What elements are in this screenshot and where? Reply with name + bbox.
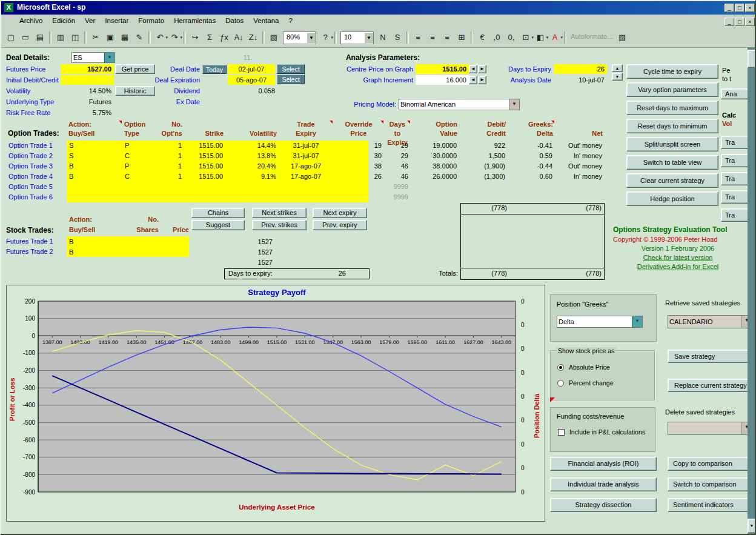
radio-on-icon[interactable] <box>557 364 564 371</box>
cell-strike[interactable]: 1515.00 <box>184 141 225 151</box>
deal-detail-value[interactable]: 1527.00 <box>61 64 114 74</box>
retrieve-combo[interactable]: CALENDARIO ▼ <box>668 315 748 328</box>
comparison-button-copy-to-comparison[interactable]: Copy to comparison <box>668 457 748 471</box>
cell-sp[interactable] <box>333 182 368 192</box>
analysis-button-strategy-dissection[interactable]: Strategy dissection <box>550 498 657 512</box>
cell-sp[interactable] <box>333 151 368 161</box>
scroll-down-icon[interactable]: ▼ <box>748 519 756 533</box>
cell-action[interactable]: B <box>67 171 122 182</box>
help-icon[interactable]: ?▾ <box>319 31 332 44</box>
print-preview-icon[interactable]: ◫ <box>68 31 82 44</box>
greeks-combo[interactable]: Delta ▼ <box>557 316 643 328</box>
cycle-spin-up-icon[interactable]: ▲ <box>612 64 623 72</box>
chevron-down-icon[interactable]: ▼ <box>104 53 114 62</box>
cell-vol[interactable]: 9.1% <box>225 171 279 182</box>
chevron-down-icon[interactable]: ▼ <box>632 316 642 327</box>
cell-action[interactable] <box>67 192 122 202</box>
increase-decimal-icon[interactable]: ,0 <box>490 31 503 44</box>
sort-asc-icon[interactable]: A↓ <box>232 31 245 44</box>
today-button[interactable]: Today <box>202 65 227 74</box>
cell-num[interactable]: 1 <box>153 141 184 151</box>
action-button-hedge-position[interactable]: Hedge position <box>626 191 718 206</box>
deal-detail-value[interactable]: Futures <box>61 97 114 107</box>
funding-checkbox-row[interactable]: Include in P&L calculations <box>558 428 645 436</box>
cell-strike[interactable]: 1515.00 <box>184 161 225 171</box>
menu-item-herramientas[interactable]: Herramientas <box>169 15 220 27</box>
comparison-button-switch-to-comparison[interactable]: Switch to comparison <box>668 477 748 491</box>
print-icon[interactable]: ▥ <box>54 31 67 44</box>
bold-icon[interactable]: N <box>376 31 390 44</box>
menu-item-formato[interactable]: Formato <box>133 15 169 27</box>
borders-icon[interactable]: ⊡▾ <box>519 31 532 44</box>
prev-strikes-button[interactable]: Prev. strikes <box>252 220 307 230</box>
prev-expiry-button[interactable]: Prev. expiry <box>313 220 367 230</box>
pricing-model-combo[interactable]: Binomial American ▼ <box>399 99 520 110</box>
deal-detail-value[interactable] <box>61 75 114 85</box>
cell-expiry[interactable]: 31-jul-07 <box>279 151 333 161</box>
cell-sp[interactable] <box>333 192 368 202</box>
cell-type[interactable]: P <box>122 141 153 151</box>
cell-expiry[interactable]: 31-jul-07 <box>279 141 333 151</box>
action-button-reset-days-to-maximum[interactable]: Reset days to maximum <box>626 101 718 115</box>
symbol-combo[interactable]: ES ▼ <box>71 52 115 63</box>
align-right-icon[interactable]: ≡ <box>440 31 454 44</box>
cell-action[interactable]: B <box>67 161 122 171</box>
chart-wizard-icon[interactable]: ▧ <box>267 31 280 44</box>
align-left-icon[interactable]: ≡ <box>411 31 425 44</box>
radio-percent-change[interactable]: Percent change <box>557 379 613 387</box>
menu-item-ventana[interactable]: Ventana <box>248 15 284 27</box>
action-button-cycle-time-to-expiry[interactable]: Cycle time to expiry <box>626 64 718 79</box>
action-button-vary-option-parameters[interactable]: Vary option parameters <box>626 82 718 97</box>
cell-strike[interactable] <box>184 192 225 202</box>
fontsize-combo[interactable]: 10▼ <box>340 32 374 44</box>
centre-spin-right-icon[interactable]: ► <box>478 65 486 73</box>
action-button-reset-days-to-minimum[interactable]: Reset days to minimum <box>626 119 718 133</box>
save-icon[interactable]: ▤ <box>33 31 47 44</box>
increment-spin-left-icon[interactable]: ◄ <box>469 76 477 84</box>
radio-off-icon[interactable] <box>557 380 564 387</box>
cell-action[interactable]: S <box>67 151 122 161</box>
suggest-button[interactable]: Suggest <box>191 220 245 230</box>
font-color-icon[interactable]: A▾ <box>548 31 562 44</box>
analysis-button-individual-trade-analysis[interactable]: Individual trade analysis <box>550 477 657 491</box>
derivatives-addin-link[interactable]: Derivatives Add-in for Excel <box>608 263 748 270</box>
cell-strike[interactable]: 1515.00 <box>184 151 225 161</box>
decrease-decimal-icon[interactable]: 0, <box>505 31 518 44</box>
stock-input-block[interactable] <box>67 236 189 257</box>
cell-expiry[interactable] <box>279 182 333 192</box>
next-expiry-button[interactable]: Next expiry <box>313 208 367 218</box>
chains-button[interactable]: Chains <box>191 208 245 218</box>
menu-item-insertar[interactable]: Insertar <box>100 15 133 27</box>
workbook-close-button[interactable]: × <box>745 18 755 26</box>
redo-icon[interactable]: ↷▾ <box>168 31 181 44</box>
save-strategy-button[interactable]: Save strategy <box>668 350 748 363</box>
function-icon[interactable]: ƒx <box>217 31 231 44</box>
cell-vol[interactable] <box>225 192 279 202</box>
delete-combo[interactable]: ▼ <box>668 422 748 435</box>
graph-increment-cell[interactable]: 16.000 <box>416 75 469 85</box>
gallery-icon[interactable]: ▨ <box>615 31 629 44</box>
maximize-button[interactable]: □ <box>735 4 744 12</box>
paste-icon[interactable]: ▦ <box>118 31 131 44</box>
menu-item-datos[interactable]: Datos <box>220 15 248 27</box>
futures-trade-1-action[interactable]: B <box>69 237 73 247</box>
cell-strike[interactable]: 1515.00 <box>184 171 225 182</box>
minimize-button[interactable]: _ <box>724 4 734 12</box>
scrollbar-thumb[interactable] <box>748 50 756 68</box>
edge-trade-button-2[interactable]: Tra <box>721 154 748 167</box>
edge-trade-button-1[interactable]: Tra <box>721 136 748 149</box>
cell-num[interactable] <box>153 182 184 192</box>
cell-action[interactable] <box>67 182 122 192</box>
days-to-expiry-cell[interactable]: 26 <box>554 64 607 74</box>
underline-icon[interactable]: S <box>391 31 404 44</box>
workbook-restore-button[interactable]: □ <box>735 18 744 26</box>
cell-sp[interactable] <box>333 141 368 151</box>
analyse-button[interactable]: Ana <box>721 88 748 99</box>
menu-item-[interactable]: ? <box>284 15 297 27</box>
deal-expiration-cell[interactable]: 05-ago-07 <box>228 75 275 85</box>
radio-absolute-price[interactable]: Absolute Price <box>557 364 610 371</box>
cell-num[interactable] <box>153 192 184 202</box>
cycle-spin-down-icon[interactable]: ▼ <box>612 73 623 81</box>
deal-detail-value[interactable]: 5.75% <box>61 108 114 118</box>
chevron-down-icon[interactable]: ▼ <box>741 316 748 328</box>
